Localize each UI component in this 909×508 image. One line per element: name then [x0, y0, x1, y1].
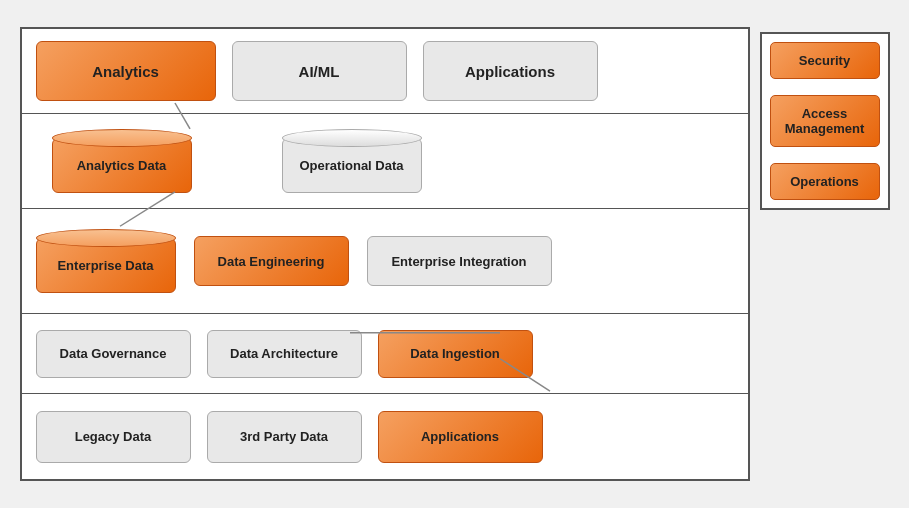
row-5: Legacy Data 3rd Party Data Applications — [22, 394, 748, 479]
analytics-data-label: Analytics Data — [77, 158, 167, 173]
data-architecture-box[interactable]: Data Architecture — [207, 330, 362, 378]
third-party-data-label: 3rd Party Data — [240, 429, 328, 444]
data-engineering-label: Data Engineering — [218, 254, 325, 269]
diagram: Analytics AI/ML Applications Analytics D… — [20, 27, 750, 481]
side-panel: Security Access Management Operations — [760, 32, 890, 210]
data-architecture-label: Data Architecture — [230, 346, 338, 361]
applications-top-box[interactable]: Applications — [423, 41, 598, 101]
operational-data-top — [282, 129, 422, 147]
enterprise-data-top — [36, 229, 176, 247]
row-2: Analytics Data Operational Data — [22, 114, 748, 209]
aiml-box[interactable]: AI/ML — [232, 41, 407, 101]
security-label: Security — [799, 53, 850, 68]
operations-label: Operations — [790, 174, 859, 189]
third-party-data-box[interactable]: 3rd Party Data — [207, 411, 362, 463]
data-governance-label: Data Governance — [60, 346, 167, 361]
diagram-wrapper: Analytics AI/ML Applications Analytics D… — [20, 27, 750, 481]
operational-data-label: Operational Data — [299, 158, 403, 173]
access-management-box[interactable]: Access Management — [770, 95, 880, 147]
legacy-data-label: Legacy Data — [75, 429, 152, 444]
row-1: Analytics AI/ML Applications — [22, 29, 748, 114]
operational-data-cylinder[interactable]: Operational Data — [282, 129, 422, 193]
applications-bottom-label: Applications — [421, 429, 499, 444]
aiml-label: AI/ML — [299, 63, 340, 80]
data-engineering-box[interactable]: Data Engineering — [194, 236, 349, 286]
data-ingestion-label: Data Ingestion — [410, 346, 500, 361]
analytics-data-top — [52, 129, 192, 147]
row-4: Data Governance Data Architecture Data I… — [22, 314, 748, 394]
enterprise-data-cylinder[interactable]: Enterprise Data — [36, 229, 176, 293]
row-3: Enterprise Data Data Engineering Enterpr… — [22, 209, 748, 314]
analytics-data-cylinder[interactable]: Analytics Data — [52, 129, 192, 193]
analytics-box[interactable]: Analytics — [36, 41, 216, 101]
data-ingestion-box[interactable]: Data Ingestion — [378, 330, 533, 378]
security-box[interactable]: Security — [770, 42, 880, 79]
legacy-data-box[interactable]: Legacy Data — [36, 411, 191, 463]
applications-top-label: Applications — [465, 63, 555, 80]
enterprise-data-label: Enterprise Data — [57, 258, 153, 273]
applications-bottom-box[interactable]: Applications — [378, 411, 543, 463]
analytics-label: Analytics — [92, 63, 159, 80]
data-governance-box[interactable]: Data Governance — [36, 330, 191, 378]
enterprise-integration-label: Enterprise Integration — [391, 254, 526, 269]
enterprise-integration-box[interactable]: Enterprise Integration — [367, 236, 552, 286]
access-management-label: Access Management — [785, 106, 864, 136]
operations-box[interactable]: Operations — [770, 163, 880, 200]
main-container: Analytics AI/ML Applications Analytics D… — [10, 17, 900, 491]
